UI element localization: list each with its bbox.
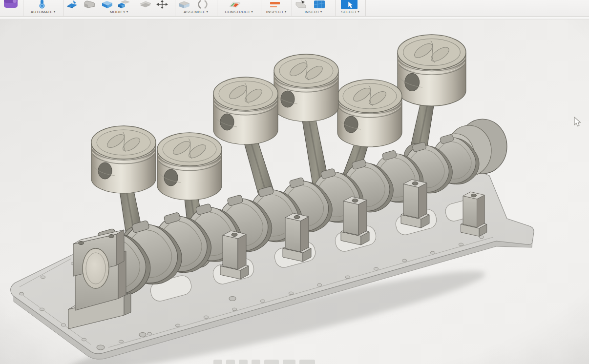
toolbar-group-automate[interactable]: AUTOMATE▾ xyxy=(23,10,63,16)
construction-plane-icon[interactable] xyxy=(229,0,241,9)
assemble-label: ASSEMBLE xyxy=(184,10,206,14)
toolbar-group-modify[interactable]: MODIFY▾ xyxy=(63,10,174,16)
assemble-caret-icon: ▾ xyxy=(207,10,208,13)
new-component-icon[interactable] xyxy=(177,0,191,9)
combine-icon[interactable] xyxy=(117,0,131,9)
toolbar-group-assemble[interactable]: ASSEMBLE▾ xyxy=(175,10,216,16)
inspect-label: INSPECT xyxy=(266,10,284,14)
construct-caret-icon: ▾ xyxy=(251,10,252,13)
construct-label: CONSTRUCT xyxy=(225,10,250,14)
offset-face-icon[interactable] xyxy=(139,0,152,9)
modify-caret-icon: ▾ xyxy=(126,10,128,13)
measure-icon[interactable] xyxy=(269,0,281,9)
insert-derive-icon[interactable] xyxy=(294,0,309,9)
toolbar-group-insert[interactable]: INSERT▾ xyxy=(292,10,335,16)
toolbar-group-construct[interactable]: CONSTRUCT▾ xyxy=(217,10,260,16)
select-cursor-icon[interactable] xyxy=(341,0,358,9)
shell-icon[interactable] xyxy=(101,0,114,9)
modify-label: MODIFY xyxy=(110,10,126,14)
automate-icon[interactable] xyxy=(37,0,47,9)
app-window: AUTOMATE▾ MODIFY▾ ASSEMBLE▾ xyxy=(0,0,589,364)
automate-label: AUTOMATE xyxy=(31,10,53,14)
toolbar-group-inspect[interactable]: INSPECT▾ xyxy=(261,10,291,16)
fillet-icon[interactable] xyxy=(83,0,97,9)
automate-caret-icon: ▾ xyxy=(54,10,55,13)
ribbon-toolbar: AUTOMATE▾ MODIFY▾ ASSEMBLE▾ xyxy=(0,0,589,17)
press-pull-icon[interactable] xyxy=(66,0,80,9)
engine-model-scene xyxy=(0,0,589,364)
insert-caret-icon: ▾ xyxy=(320,10,322,13)
insert-mesh-icon[interactable] xyxy=(313,0,326,9)
move-copy-icon[interactable] xyxy=(155,0,169,9)
add-in-icon[interactable] xyxy=(3,0,19,9)
select-label: SELECT xyxy=(341,10,357,14)
toolbar-edge xyxy=(0,17,589,20)
toolbar-group-select[interactable]: SELECT▾ xyxy=(336,10,365,16)
joint-icon[interactable] xyxy=(196,0,209,9)
insert-label: INSERT xyxy=(305,10,319,14)
select-caret-icon: ▾ xyxy=(358,10,359,13)
vignette-overlay xyxy=(0,0,589,364)
inspect-caret-icon: ▾ xyxy=(285,10,286,13)
model-viewport[interactable] xyxy=(0,0,589,364)
